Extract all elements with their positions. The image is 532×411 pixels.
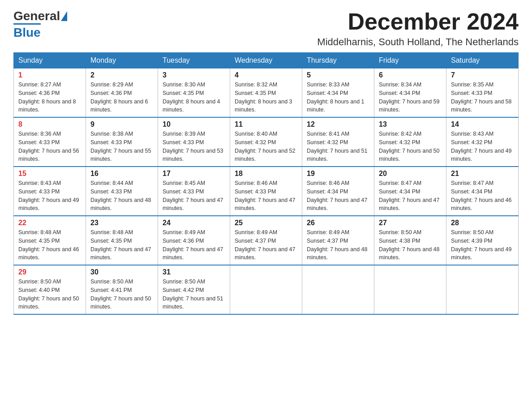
day-info: Sunrise: 8:49 AMSunset: 4:37 PMDaylight:… — [307, 228, 369, 262]
day-number: 24 — [163, 219, 225, 227]
day-info: Sunrise: 8:50 AMSunset: 4:39 PMDaylight:… — [451, 228, 514, 262]
day-info: Sunrise: 8:50 AMSunset: 4:41 PMDaylight:… — [90, 278, 153, 311]
calendar-cell: 20Sunrise: 8:47 AMSunset: 4:34 PMDayligh… — [374, 167, 446, 216]
calendar-cell: 18Sunrise: 8:46 AMSunset: 4:33 PMDayligh… — [230, 167, 302, 216]
calendar-cell: 5Sunrise: 8:33 AMSunset: 4:34 PMDaylight… — [302, 68, 374, 118]
calendar-cell: 6Sunrise: 8:34 AMSunset: 4:34 PMDaylight… — [374, 68, 446, 118]
calendar-cell: 10Sunrise: 8:39 AMSunset: 4:33 PMDayligh… — [158, 117, 230, 167]
calendar-cell: 4Sunrise: 8:32 AMSunset: 4:35 PMDaylight… — [230, 68, 302, 118]
page-header: General Blue December 2024 Middelharnis,… — [13, 9, 519, 48]
day-number: 23 — [90, 219, 153, 227]
calendar-cell: 13Sunrise: 8:42 AMSunset: 4:32 PMDayligh… — [374, 117, 446, 167]
day-number: 10 — [163, 120, 225, 128]
day-info: Sunrise: 8:50 AMSunset: 4:38 PMDaylight:… — [379, 228, 442, 262]
header-monday: Monday — [86, 53, 158, 68]
day-number: 15 — [18, 170, 81, 178]
calendar-cell: 15Sunrise: 8:43 AMSunset: 4:33 PMDayligh… — [14, 167, 86, 216]
day-number: 18 — [235, 170, 297, 178]
calendar-cell — [230, 265, 302, 314]
day-number: 1 — [18, 71, 81, 79]
calendar-cell: 27Sunrise: 8:50 AMSunset: 4:38 PMDayligh… — [374, 216, 446, 265]
calendar-cell: 25Sunrise: 8:49 AMSunset: 4:37 PMDayligh… — [230, 216, 302, 265]
calendar-cell: 24Sunrise: 8:49 AMSunset: 4:36 PMDayligh… — [158, 216, 230, 265]
day-number: 12 — [307, 120, 369, 128]
day-info: Sunrise: 8:50 AMSunset: 4:40 PMDaylight:… — [18, 278, 81, 311]
week-row-1: 1Sunrise: 8:27 AMSunset: 4:36 PMDaylight… — [14, 68, 519, 118]
header-thursday: Thursday — [302, 53, 374, 68]
day-number: 27 — [379, 219, 442, 227]
day-info: Sunrise: 8:43 AMSunset: 4:32 PMDaylight:… — [451, 130, 514, 163]
day-info: Sunrise: 8:38 AMSunset: 4:33 PMDaylight:… — [90, 130, 153, 163]
calendar-cell: 30Sunrise: 8:50 AMSunset: 4:41 PMDayligh… — [86, 265, 158, 314]
day-number: 29 — [18, 268, 81, 276]
calendar-cell: 9Sunrise: 8:38 AMSunset: 4:33 PMDaylight… — [86, 117, 158, 167]
day-info: Sunrise: 8:27 AMSunset: 4:36 PMDaylight:… — [18, 81, 81, 114]
day-info: Sunrise: 8:33 AMSunset: 4:34 PMDaylight:… — [307, 81, 369, 114]
day-number: 9 — [90, 120, 153, 128]
calendar-cell: 17Sunrise: 8:45 AMSunset: 4:33 PMDayligh… — [158, 167, 230, 216]
day-number: 4 — [235, 71, 297, 79]
day-number: 19 — [307, 170, 369, 178]
day-info: Sunrise: 8:49 AMSunset: 4:36 PMDaylight:… — [163, 228, 225, 262]
day-info: Sunrise: 8:40 AMSunset: 4:32 PMDaylight:… — [235, 130, 297, 163]
day-number: 26 — [307, 219, 369, 227]
calendar-cell — [302, 265, 374, 314]
calendar-cell: 2Sunrise: 8:29 AMSunset: 4:36 PMDaylight… — [86, 68, 158, 118]
day-number: 5 — [307, 71, 369, 79]
day-number: 16 — [90, 170, 153, 178]
day-info: Sunrise: 8:45 AMSunset: 4:33 PMDaylight:… — [163, 179, 225, 213]
calendar-cell: 12Sunrise: 8:41 AMSunset: 4:32 PMDayligh… — [302, 117, 374, 167]
calendar-cell: 19Sunrise: 8:46 AMSunset: 4:34 PMDayligh… — [302, 167, 374, 216]
header-friday: Friday — [374, 53, 446, 68]
calendar-cell: 29Sunrise: 8:50 AMSunset: 4:40 PMDayligh… — [14, 265, 86, 314]
calendar-cell: 3Sunrise: 8:30 AMSunset: 4:35 PMDaylight… — [158, 68, 230, 118]
calendar-header-row: Sunday Monday Tuesday Wednesday Thursday… — [14, 53, 519, 68]
day-info: Sunrise: 8:35 AMSunset: 4:33 PMDaylight:… — [451, 81, 514, 114]
day-info: Sunrise: 8:42 AMSunset: 4:32 PMDaylight:… — [379, 130, 442, 163]
calendar-cell — [374, 265, 446, 314]
day-number: 7 — [451, 71, 514, 79]
calendar-cell — [446, 265, 519, 314]
day-info: Sunrise: 8:44 AMSunset: 4:33 PMDaylight:… — [90, 179, 153, 213]
day-info: Sunrise: 8:30 AMSunset: 4:35 PMDaylight:… — [163, 81, 225, 114]
day-info: Sunrise: 8:48 AMSunset: 4:35 PMDaylight:… — [90, 228, 153, 262]
day-info: Sunrise: 8:39 AMSunset: 4:33 PMDaylight:… — [163, 130, 225, 163]
calendar-cell: 7Sunrise: 8:35 AMSunset: 4:33 PMDaylight… — [446, 68, 519, 118]
header-sunday: Sunday — [14, 53, 86, 68]
day-number: 17 — [163, 170, 225, 178]
day-info: Sunrise: 8:43 AMSunset: 4:33 PMDaylight:… — [18, 179, 81, 213]
calendar-cell: 8Sunrise: 8:36 AMSunset: 4:33 PMDaylight… — [14, 117, 86, 167]
header-wednesday: Wednesday — [230, 53, 302, 68]
header-tuesday: Tuesday — [158, 53, 230, 68]
week-row-2: 8Sunrise: 8:36 AMSunset: 4:33 PMDaylight… — [14, 117, 519, 167]
logo-blue-part — [60, 11, 67, 21]
logo: General Blue — [13, 9, 67, 40]
day-number: 2 — [90, 71, 153, 79]
day-number: 6 — [379, 71, 442, 79]
day-info: Sunrise: 8:47 AMSunset: 4:34 PMDaylight:… — [379, 179, 442, 213]
day-number: 13 — [379, 120, 442, 128]
day-info: Sunrise: 8:47 AMSunset: 4:34 PMDaylight:… — [451, 179, 514, 213]
calendar-cell: 23Sunrise: 8:48 AMSunset: 4:35 PMDayligh… — [86, 216, 158, 265]
week-row-5: 29Sunrise: 8:50 AMSunset: 4:40 PMDayligh… — [14, 265, 519, 314]
day-number: 22 — [18, 219, 81, 227]
day-info: Sunrise: 8:29 AMSunset: 4:36 PMDaylight:… — [90, 81, 153, 114]
day-number: 3 — [163, 71, 225, 79]
day-info: Sunrise: 8:46 AMSunset: 4:34 PMDaylight:… — [307, 179, 369, 213]
header-saturday: Saturday — [446, 53, 519, 68]
logo-general-text: General — [13, 9, 60, 23]
day-number: 31 — [163, 268, 225, 276]
title-section: December 2024 Middelharnis, South Hollan… — [317, 9, 519, 48]
week-row-4: 22Sunrise: 8:48 AMSunset: 4:35 PMDayligh… — [14, 216, 519, 265]
day-info: Sunrise: 8:49 AMSunset: 4:37 PMDaylight:… — [235, 228, 297, 262]
day-number: 21 — [451, 170, 514, 178]
logo-triangle-icon — [61, 11, 67, 21]
day-info: Sunrise: 8:36 AMSunset: 4:33 PMDaylight:… — [18, 130, 81, 163]
day-number: 14 — [451, 120, 514, 128]
calendar-cell: 28Sunrise: 8:50 AMSunset: 4:39 PMDayligh… — [446, 216, 519, 265]
day-info: Sunrise: 8:34 AMSunset: 4:34 PMDaylight:… — [379, 81, 442, 114]
calendar-cell: 16Sunrise: 8:44 AMSunset: 4:33 PMDayligh… — [86, 167, 158, 216]
calendar-table: Sunday Monday Tuesday Wednesday Thursday… — [13, 52, 519, 315]
calendar-cell: 22Sunrise: 8:48 AMSunset: 4:35 PMDayligh… — [14, 216, 86, 265]
day-number: 28 — [451, 219, 514, 227]
